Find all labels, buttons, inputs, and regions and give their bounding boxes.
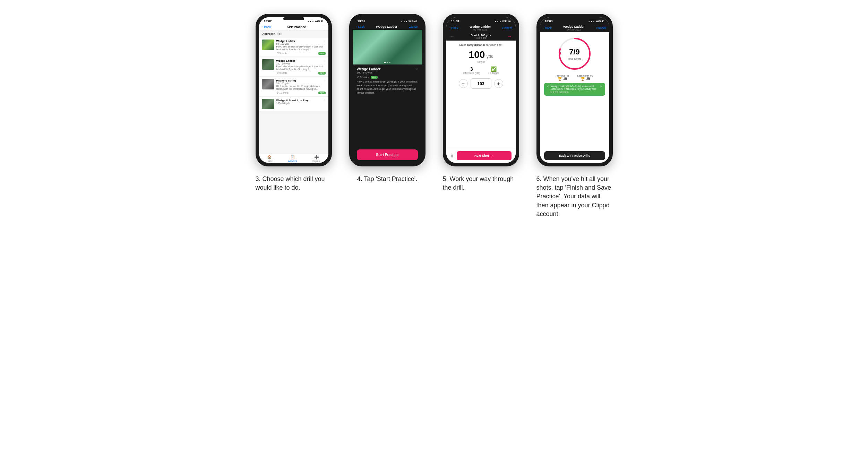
- toast-check-icon: ✓: [547, 85, 549, 88]
- star-icon-4[interactable]: ☆: [323, 99, 326, 102]
- back-label-4: Back: [545, 26, 552, 30]
- signal-icon-2: ▲▲▲: [401, 20, 408, 23]
- score-sub: Total Score: [567, 57, 581, 60]
- last-month-val: 🏆 -/9: [577, 77, 593, 81]
- star-icon-d2[interactable]: ☆: [415, 67, 418, 70]
- decrement-button[interactable]: −: [459, 79, 468, 88]
- list-item[interactable]: Wedge Ladder 100–140 yds ☆ Play 1 shot a…: [259, 58, 328, 77]
- trophy-icon-2: 🏆: [581, 77, 585, 81]
- tab-activities[interactable]: 📋 Activities: [288, 155, 297, 162]
- practice-list: Approach 7 Wedge Ladder 50–100 yds: [259, 31, 328, 153]
- dot-2: [387, 62, 388, 63]
- prev-pb-val: 🏆 -/9: [556, 77, 569, 81]
- tab-activities-label: Activities: [288, 160, 297, 162]
- app-badge-d2: APP: [371, 76, 378, 79]
- phone-column-3: 13:03 ▲▲▲ WiFi 46 ‹ Back Wedge Ladder: [439, 14, 523, 192]
- tab-bar-1: 🏠 Home 📋 Activities ➕ Capture: [259, 153, 328, 163]
- drill-range-2: 100–140 yds: [276, 62, 295, 65]
- toast-close-button[interactable]: ✕: [600, 85, 602, 88]
- detail-range-2: 100–140 yds: [357, 71, 381, 74]
- phone-frame-3: 13:03 ▲▲▲ WiFi 46 ‹ Back Wedge Ladder: [443, 14, 519, 166]
- difference-label: Difference (yds): [463, 72, 480, 74]
- nav-bar-3: ‹ Back Wedge Ladder 06 Mar 2023 Cancel: [446, 24, 516, 32]
- list-item[interactable]: Wedge & Short Iron Play 100–140 yds ☆: [259, 97, 328, 111]
- nav-title-1: APP Practice: [286, 25, 306, 29]
- list-item[interactable]: Pitching String 55–100 yds ☆ Hit 1 shot …: [259, 77, 328, 96]
- drill-detail-content-2: Wedge Ladder 100–140 yds ☆ ⏱ 9 shots APP…: [353, 64, 422, 147]
- hit-target-label: Hit Target: [488, 72, 499, 74]
- list-item[interactable]: Wedge Ladder 50–100 yds ☆ Play 1 shot at…: [259, 38, 328, 57]
- wifi-icon-2: WiFi: [409, 20, 414, 23]
- back-button-1[interactable]: ‹ Back: [263, 25, 271, 29]
- star-icon-2[interactable]: ☆: [323, 59, 326, 62]
- carry-bold: carry distance: [467, 43, 485, 46]
- drill-desc-2: Play 1 shot at each target yardage. If y…: [276, 65, 326, 71]
- next-shot-button[interactable]: Next Shot →: [457, 151, 512, 160]
- shot-title-center: Shot 1, 100 yds Score 5/9: [471, 34, 491, 39]
- nav-bar-1: ‹ Back APP Practice ☰: [259, 24, 328, 31]
- tab-capture[interactable]: ➕ Capture: [312, 155, 320, 162]
- increment-button[interactable]: +: [494, 79, 503, 88]
- drill-header-3: Pitching String 55–100 yds ☆: [276, 79, 326, 85]
- nav-title-3: Wedge Ladder 06 Mar 2023: [470, 25, 491, 31]
- drill-info-2: Wedge Ladder 100–140 yds ☆ Play 1 shot a…: [276, 59, 326, 75]
- start-practice-button[interactable]: Start Practice: [357, 149, 418, 160]
- notch-1: [283, 17, 304, 20]
- next-arrow-icon: →: [490, 154, 493, 157]
- next-shot-bar: 🗑 Next Shot →: [446, 148, 516, 163]
- drill-name-1: Wedge Ladder: [276, 40, 295, 43]
- phone-column-4: 13:03 ▲▲▲ WiFi 46 ‹ Back Wedge Ladder 06…: [533, 14, 616, 218]
- target-yds: 100: [469, 49, 485, 60]
- back-button-4[interactable]: ‹ Back: [543, 26, 552, 30]
- drill-name-3: Pitching String: [276, 79, 296, 82]
- star-icon-3[interactable]: ☆: [323, 79, 326, 82]
- detail-shots-row-2: ⏱ 9 shots APP: [357, 76, 418, 79]
- enter-carry-label: Enter carry distance for each shot: [450, 43, 512, 46]
- drill-thumb-2: [262, 59, 274, 70]
- shot-nav-3: ← Shot 1, 100 yds Score 5/9 →: [446, 32, 516, 41]
- target-display: 100 yds Target: [450, 49, 512, 63]
- phone-frame-2: 13:02 ▲▲▲ WiFi 46 ‹ Back Wedge Ladder Ca…: [349, 14, 426, 166]
- section-badge: 7: [277, 33, 282, 35]
- hit-target-stat: ✅ Hit Target: [488, 66, 499, 74]
- drill-range-4: 100–140 yds: [276, 102, 309, 104]
- delete-icon[interactable]: 🗑: [450, 154, 454, 158]
- tab-home[interactable]: 🏠 Home: [267, 155, 273, 162]
- back-button-3[interactable]: ‹ Back: [450, 26, 458, 30]
- tab-capture-label: Capture: [312, 160, 320, 162]
- caption-1: 3. Choose which drill you would like to …: [256, 175, 332, 192]
- status-icons-2: ▲▲▲ WiFi 46: [401, 20, 417, 23]
- trophy-icon-1: 🏆: [558, 77, 562, 81]
- back-button-2[interactable]: ‹ Back: [356, 25, 365, 28]
- next-arrow[interactable]: →: [507, 34, 512, 39]
- signal-icon-3: ▲▲▲: [494, 20, 501, 23]
- time-3: 13:03: [451, 19, 459, 23]
- home-icon: 🏠: [267, 155, 272, 159]
- signal-icon-1: ▲▲▲: [307, 20, 314, 23]
- nav-bar-4: ‹ Back Wedge Ladder 06 Mar 2023 Cancel: [540, 24, 609, 32]
- chevron-icon-1: ‹: [263, 25, 264, 28]
- results-content: 7/9 Total Score Previous PB 🏆 -/9: [540, 32, 609, 150]
- shot-value-input[interactable]: 103: [471, 78, 491, 89]
- cancel-button-2[interactable]: Cancel: [409, 25, 418, 28]
- score-circle-container: 7/9 Total Score: [557, 36, 592, 71]
- target-label: Target: [450, 60, 512, 63]
- wifi-icon-1: WiFi: [315, 20, 320, 23]
- back-to-drills-button[interactable]: Back to Practice Drills: [544, 151, 605, 160]
- last-month-pb-item: Last month PB 🏆 -/9: [577, 75, 593, 81]
- prev-arrow[interactable]: ←: [450, 34, 455, 39]
- drill-desc-3: Hit 1 shot at each of the 10 target dist…: [276, 85, 326, 91]
- app-badge-2: APP: [318, 72, 325, 75]
- cancel-button-4[interactable]: Cancel: [596, 26, 605, 30]
- time-2: 13:02: [358, 19, 366, 23]
- menu-icon-1[interactable]: ☰: [322, 25, 325, 29]
- star-icon-1[interactable]: ☆: [323, 40, 326, 43]
- chevron-icon-4: ‹: [543, 26, 544, 29]
- last-month-label: Last month PB: [577, 75, 593, 77]
- drill-desc-1: Play 1 shot at each target yardage. If y…: [276, 45, 326, 51]
- drill-name-4: Wedge & Short Iron Play: [276, 99, 309, 102]
- drill-thumb-3: [262, 79, 274, 89]
- shot-content-3: Enter carry distance for each shot 100 y…: [446, 41, 516, 148]
- caption-3: 5. Work your way through the drill.: [443, 175, 519, 192]
- cancel-button-3[interactable]: Cancel: [502, 26, 512, 30]
